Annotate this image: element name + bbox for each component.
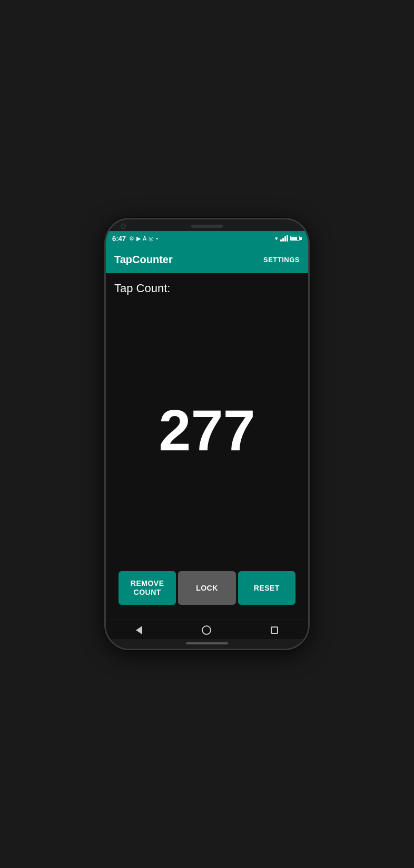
battery-fill bbox=[291, 237, 297, 240]
recents-icon bbox=[271, 626, 278, 634]
speaker bbox=[191, 225, 223, 228]
play-icon: ▶ bbox=[136, 235, 141, 242]
status-right: ▾ bbox=[275, 235, 302, 242]
reset-button[interactable]: RESET bbox=[238, 571, 295, 605]
recents-button[interactable] bbox=[271, 626, 278, 634]
remove-count-button[interactable]: REMOVE COUNT bbox=[119, 571, 176, 605]
home-icon bbox=[202, 625, 211, 635]
main-content: Tap Count: 277 REMOVE COUNT LOCK RESET bbox=[106, 273, 308, 620]
tap-count-label: Tap Count: bbox=[114, 282, 300, 295]
a-status-icon: A bbox=[143, 236, 146, 242]
app-toolbar: TapCounter SETTINGS bbox=[106, 246, 308, 273]
camera-dot bbox=[121, 224, 126, 229]
phone-top-bar bbox=[106, 219, 308, 231]
signal-bar-4 bbox=[287, 235, 288, 242]
phone-screen: 6:47 ⚙ ▶ A ◎ • ▾ bbox=[106, 231, 308, 649]
battery-icon bbox=[290, 236, 302, 241]
wifi-icon: ▾ bbox=[275, 235, 278, 242]
settings-button[interactable]: SETTINGS bbox=[263, 256, 300, 264]
status-icons: ⚙ ▶ A ◎ • bbox=[129, 235, 158, 242]
home-button[interactable] bbox=[202, 625, 211, 635]
count-value: 277 bbox=[159, 401, 255, 459]
battery-body bbox=[290, 236, 300, 241]
signal-bar-2 bbox=[282, 238, 284, 242]
status-time: 6:47 bbox=[112, 235, 126, 243]
signal-bar-3 bbox=[284, 236, 286, 242]
dot-icon: • bbox=[156, 235, 158, 242]
battery-tip bbox=[300, 237, 302, 240]
home-indicator bbox=[106, 639, 308, 649]
signal-bars bbox=[280, 235, 288, 242]
status-left: 6:47 ⚙ ▶ A ◎ • bbox=[112, 235, 158, 243]
back-icon bbox=[136, 626, 142, 634]
bottom-buttons: REMOVE COUNT LOCK RESET bbox=[114, 565, 300, 611]
signal-bar-1 bbox=[280, 239, 282, 242]
nav-bar bbox=[106, 620, 308, 639]
gear-icon: ⚙ bbox=[129, 235, 134, 242]
count-display[interactable]: 277 bbox=[114, 295, 300, 565]
status-bar: 6:47 ⚙ ▶ A ◎ • ▾ bbox=[106, 231, 308, 246]
app-title: TapCounter bbox=[114, 254, 173, 266]
phone-device: 6:47 ⚙ ▶ A ◎ • ▾ bbox=[104, 218, 310, 650]
lock-button[interactable]: LOCK bbox=[178, 571, 235, 605]
at-icon: ◎ bbox=[149, 235, 154, 242]
home-bar bbox=[186, 642, 228, 644]
back-button[interactable] bbox=[136, 626, 142, 634]
